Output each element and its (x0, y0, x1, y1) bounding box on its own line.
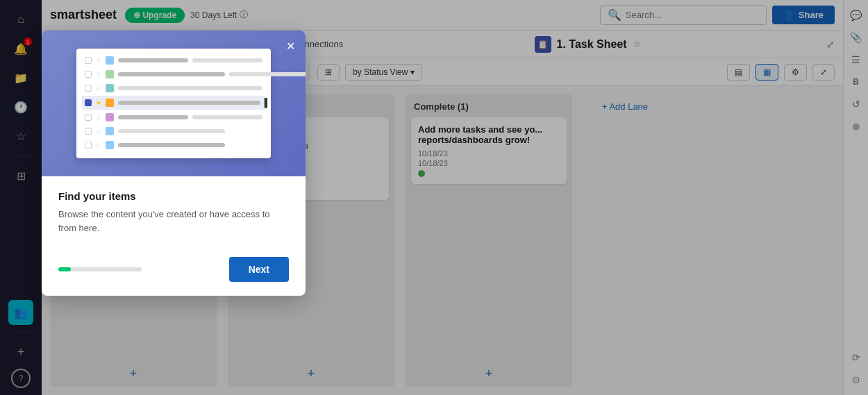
modal-image-area: ✕ ☆ ☆ ☆ (42, 31, 306, 176)
modal-close-button[interactable]: ✕ (282, 37, 299, 54)
mock-bar (118, 129, 225, 133)
mock-bar (118, 72, 225, 76)
mock-checkbox (85, 99, 92, 106)
mock-bar-2 (229, 72, 306, 76)
mock-bar-2 (192, 115, 262, 119)
mock-bar (118, 101, 260, 105)
mock-bar (118, 58, 188, 62)
mock-star: ☆ (96, 85, 101, 92)
mock-checkbox (85, 71, 92, 78)
mock-bar (118, 86, 262, 90)
mock-row-6: ☆ (82, 125, 265, 137)
modal-progress (58, 267, 142, 271)
mock-sheet-preview: ☆ ☆ ☆ (76, 49, 271, 158)
mock-checkbox (85, 85, 92, 92)
modal-title: Find your items (58, 190, 289, 202)
progress-bar-background (58, 267, 142, 271)
modal-description: Browse the content you've created or hav… (58, 208, 289, 235)
mock-checkbox (85, 128, 92, 135)
mock-icon (106, 113, 114, 121)
mock-checkbox (85, 57, 92, 64)
mock-star: ☆ (96, 57, 101, 64)
mock-bar (118, 143, 225, 147)
mock-row-4-selected: ★ ▌ (82, 96, 265, 110)
mock-icon (106, 99, 114, 107)
mock-row-3: ☆ (82, 82, 265, 94)
mock-cursor: ▌ (265, 98, 271, 108)
find-items-modal: ✕ ☆ ☆ ☆ (42, 31, 306, 296)
mock-star: ☆ (96, 142, 101, 149)
mock-checkbox (85, 114, 92, 121)
modal-footer: Next (42, 249, 306, 296)
next-button[interactable]: Next (229, 257, 289, 282)
mock-star: ☆ (96, 71, 101, 78)
modal-body: Find your items Browse the content you'v… (42, 176, 306, 249)
modal-overlay: ✕ ☆ ☆ ☆ (0, 0, 868, 395)
mock-icon (106, 127, 114, 135)
mock-row-7: ☆ (82, 139, 265, 151)
mock-icon (106, 56, 114, 65)
mock-row-2: ☆ (82, 68, 265, 81)
mock-bar (118, 115, 188, 119)
mock-bar-2 (192, 58, 262, 62)
mock-icon (106, 84, 114, 92)
progress-bar-fill (58, 267, 71, 271)
mock-icon (106, 70, 114, 78)
mock-icon (106, 141, 114, 149)
mock-checkbox (85, 142, 92, 149)
mock-star: ☆ (96, 128, 101, 135)
mock-row-1: ☆ (82, 54, 265, 67)
mock-row-5: ☆ (82, 111, 265, 124)
mock-star: ★ (96, 99, 101, 106)
mock-star: ☆ (96, 114, 101, 121)
